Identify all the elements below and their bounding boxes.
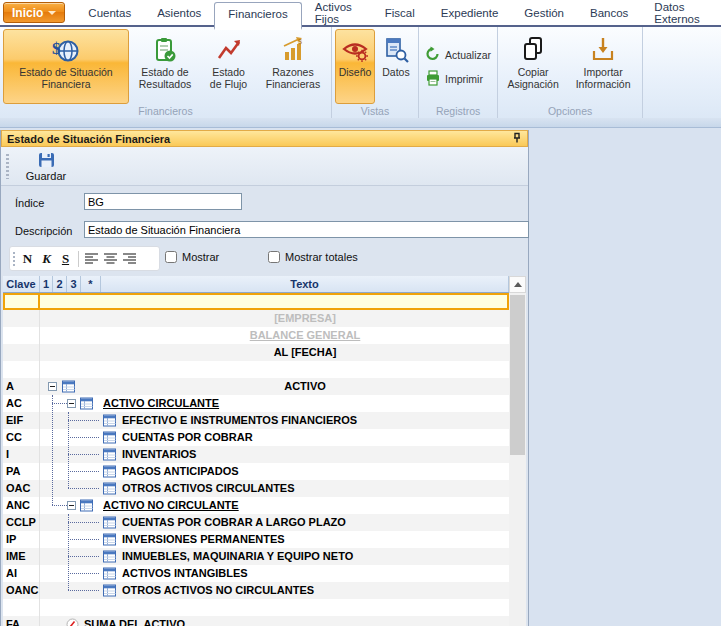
tree-collapse-toggle[interactable]: [67, 399, 76, 408]
imprimir-label: Imprimir: [445, 73, 483, 85]
actualizar-label: Actualizar: [445, 49, 491, 61]
estado-de-situación-financiera-label: Estado de Situación Financiera: [7, 66, 125, 90]
column-header-clave[interactable]: Clave: [3, 276, 40, 292]
grid-row-eif[interactable]: EIFEFECTIVO E INSTRUMENTOS FINANCIEROS: [3, 412, 509, 429]
panel-title-bar: Estado de Situación Financiera: [1, 130, 528, 147]
tab-fiscal[interactable]: Fiscal: [372, 2, 428, 24]
ribbon-group-label-financieros: Financieros: [0, 105, 331, 117]
tab-bancos[interactable]: Bancos: [577, 2, 641, 24]
tab-financieros[interactable]: Financieros: [214, 2, 301, 30]
grid-row-i[interactable]: IINVENTARIOS: [3, 446, 509, 463]
row-text: PAGOS ANTICIPADOS: [122, 463, 239, 480]
refresh-icon: [425, 46, 441, 64]
bold-button[interactable]: N: [18, 251, 37, 267]
column-header-star[interactable]: *: [81, 276, 101, 292]
row-text: [EMPRESA]: [101, 310, 509, 327]
row-text: BALANCE GENERAL: [101, 327, 509, 344]
grid-row-3[interactable]: AL [FECHA]: [3, 344, 509, 361]
row-text: CUENTAS POR COBRAR A LARGO PLAZO: [122, 514, 346, 531]
printer-icon: [425, 70, 441, 88]
inicio-label: Inicio: [12, 6, 43, 20]
grid-row-oac[interactable]: OACOTROS ACTIVOS CIRCULANTES: [3, 480, 509, 497]
align-right-icon[interactable]: [120, 253, 139, 264]
row-clave-cell: OAC: [3, 480, 40, 497]
grid-row-anc[interactable]: ANCACTIVO NO CIRCULANTE: [3, 497, 509, 514]
chevron-down-icon: [48, 11, 56, 15]
financial-statement-panel: Estado de Situación Financiera Guardar Í…: [0, 130, 529, 626]
tree-connector: [68, 539, 99, 540]
row-text: OTROS ACTIVOS CIRCULANTES: [122, 480, 295, 497]
grid-row-1[interactable]: [EMPRESA]: [3, 310, 509, 327]
copiar-asignación-button[interactable]: Copiar Asignación: [501, 29, 565, 104]
align-left-icon[interactable]: [82, 253, 101, 264]
tree-collapse-toggle[interactable]: [67, 501, 76, 510]
mostrar-totales-checkbox[interactable]: [268, 251, 280, 263]
pin-icon[interactable]: [512, 132, 522, 146]
datos-button[interactable]: Datos: [377, 29, 415, 104]
grid-row-ime[interactable]: IMEINMUEBLES, MAQUINARIA Y EQUIPO NETO: [3, 548, 509, 565]
scrollbar-thumb[interactable]: [510, 295, 525, 455]
mostrar-totales-label: Mostrar totales: [285, 251, 358, 263]
row-clave-cell: AC: [3, 395, 40, 412]
imprimir-button[interactable]: Imprimir: [422, 69, 494, 89]
tree-connector: [68, 420, 99, 421]
descripcion-input[interactable]: [84, 221, 529, 238]
tab-datos-externos[interactable]: Datos Externos: [641, 0, 721, 30]
tab-gestión[interactable]: Gestión: [511, 2, 577, 24]
tree-connector: [52, 403, 67, 404]
tab-cuentas[interactable]: Cuentas: [75, 2, 144, 24]
toolbar-grip[interactable]: [6, 154, 9, 179]
tree-connector: [68, 556, 99, 557]
save-button[interactable]: Guardar: [19, 150, 73, 183]
clipboard-check-icon: [152, 34, 178, 66]
grid-row-fa[interactable]: FASUMA DEL ACTIVO: [3, 616, 509, 626]
grid-row-cclp[interactable]: CCLPCUENTAS POR COBRAR A LARGO PLAZO: [3, 514, 509, 531]
grid-row-ip[interactable]: IPINVERSIONES PERMANENTES: [3, 531, 509, 548]
sum-icon: [66, 618, 79, 626]
diseño-button[interactable]: Diseño: [335, 29, 375, 104]
grid-row-cc[interactable]: CCCUENTAS POR COBRAR: [3, 429, 509, 446]
mostrar-checkbox[interactable]: [165, 251, 177, 263]
grid-row-pa[interactable]: PAPAGOS ANTICIPADOS: [3, 463, 509, 480]
grid-row-ai[interactable]: AIACTIVOS INTANGIBLES: [3, 565, 509, 582]
italic-button[interactable]: K: [37, 251, 56, 267]
line-chart-icon: [215, 34, 243, 66]
vertical-scrollbar[interactable]: [509, 276, 526, 626]
row-text: SUMA DEL ACTIVO: [84, 616, 185, 626]
align-center-icon[interactable]: [101, 253, 120, 264]
row-clave-cell: ANC: [3, 497, 40, 514]
column-header-1[interactable]: 1: [40, 276, 53, 292]
row-clave-cell: PA: [3, 463, 40, 480]
grid-row-oanc[interactable]: OANCOTROS ACTIVOS NO CIRCULANTES: [3, 582, 509, 599]
row-text: OTROS ACTIVOS NO CIRCULANTES: [122, 582, 314, 599]
row-clave-cell: [3, 293, 40, 310]
estado-de-resultados-button[interactable]: Estado de Resultados: [131, 29, 199, 104]
actualizar-button[interactable]: Actualizar: [422, 45, 494, 65]
data-search-icon: [382, 34, 410, 66]
tab-expediente[interactable]: Expediente: [428, 2, 512, 24]
razones-financieras-button[interactable]: $Razones Financieras: [258, 29, 328, 104]
grid-row-18[interactable]: [3, 599, 509, 616]
grid-row-2[interactable]: BALANCE GENERAL: [3, 327, 509, 344]
column-header-texto[interactable]: Texto: [101, 276, 509, 292]
grid-row-a[interactable]: AACTIVO: [3, 378, 509, 395]
grid-row-selected[interactable]: [3, 293, 509, 310]
importar-información-button[interactable]: Importar Información: [567, 29, 639, 104]
indice-input[interactable]: [84, 193, 242, 210]
column-header-3[interactable]: 3: [67, 276, 81, 292]
tree-collapse-toggle[interactable]: [48, 382, 57, 391]
tab-asientos[interactable]: Asientos: [144, 2, 214, 24]
scroll-up-button[interactable]: [509, 276, 526, 293]
format-toolbar-grip[interactable]: [13, 252, 15, 267]
column-header-2[interactable]: 2: [53, 276, 67, 292]
estado-de-situación-financiera-button[interactable]: $Estado de Situación Financiera: [3, 29, 129, 104]
estado-de-flujo-button[interactable]: Estado de Flujo: [201, 29, 256, 104]
tree-guide-line: [52, 395, 53, 505]
inicio-menu-button[interactable]: Inicio: [3, 2, 65, 23]
underline-button[interactable]: S: [56, 251, 75, 267]
grid-row-4[interactable]: [3, 361, 509, 378]
grid-row-ac[interactable]: ACACTIVO CIRCULANTE: [3, 395, 509, 412]
ribbon-group-vistas: DiseñoDatosVistas: [332, 27, 419, 118]
mostrar-totales-checkbox-row: Mostrar totales: [268, 251, 358, 263]
tab-activos-fijos[interactable]: Activos Fijos: [302, 0, 372, 30]
